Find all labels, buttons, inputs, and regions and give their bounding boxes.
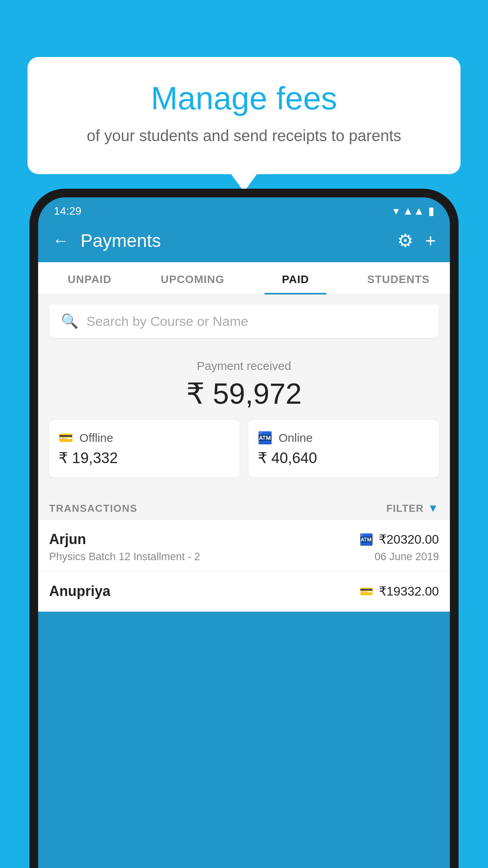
app-bar: ← Payments ⚙ + xyxy=(38,222,450,262)
online-card-header: 🏧 Online xyxy=(258,431,429,445)
phone-inner: 14:29 ▾ ▲▲ ▮ ← Payments ⚙ + UNPAID xyxy=(38,197,450,868)
transaction-bottom-1: Physics Batch 12 Installment - 2 06 June… xyxy=(49,551,439,563)
search-bar[interactable]: 🔍 Search by Course or Name xyxy=(49,304,439,338)
speech-bubble: Manage fees of your students and send re… xyxy=(28,57,460,174)
signal-icon: ▲▲ xyxy=(403,205,424,217)
transaction-amount-1: ₹20320.00 xyxy=(379,532,439,547)
app-bar-title: Payments xyxy=(81,230,397,251)
transaction-name-2: Anupriya xyxy=(49,583,110,600)
tab-paid[interactable]: PAID xyxy=(244,262,347,294)
online-amount: ₹ 40,640 xyxy=(258,449,429,467)
transaction-amount-2: ₹19332.00 xyxy=(379,584,439,599)
transaction-date-1: 06 June 2019 xyxy=(374,551,439,563)
tab-students[interactable]: STUDENTS xyxy=(347,262,450,294)
transaction-amount-row-2: 💳 ₹19332.00 xyxy=(360,584,439,599)
time-display: 14:29 xyxy=(54,205,81,217)
transactions-label: TRANSACTIONS xyxy=(49,502,138,515)
back-button[interactable]: ← xyxy=(52,231,69,250)
payment-cards: 💳 Offline ₹ 19,332 🏧 Online ₹ 40,640 xyxy=(49,420,439,478)
wifi-icon: ▾ xyxy=(393,204,399,217)
payment-total: ₹ 59,972 xyxy=(49,377,439,410)
speech-bubble-container: Manage fees of your students and send re… xyxy=(28,57,460,174)
status-icons: ▾ ▲▲ ▮ xyxy=(393,204,434,217)
add-button[interactable]: + xyxy=(425,230,436,251)
online-icon: 🏧 xyxy=(258,431,272,445)
transaction-row-2: Anupriya 💳 ₹19332.00 xyxy=(38,572,450,612)
transaction-row: Arjun 🏧 ₹20320.00 Physics Batch 12 Insta… xyxy=(38,520,450,572)
transaction-name-1: Arjun xyxy=(49,531,86,548)
transaction-course-1: Physics Batch 12 Installment - 2 xyxy=(49,551,200,563)
card-payment-icon-1: 🏧 xyxy=(360,533,373,546)
tab-upcoming[interactable]: UPCOMING xyxy=(141,262,244,294)
settings-button[interactable]: ⚙ xyxy=(397,230,413,251)
filter-icon: ▼ xyxy=(427,502,439,515)
offline-card-header: 💳 Offline xyxy=(59,431,230,445)
payment-received-label: Payment received xyxy=(49,359,439,373)
filter-button[interactable]: FILTER ▼ xyxy=(386,502,439,515)
transaction-amount-row-1: 🏧 ₹20320.00 xyxy=(360,532,439,547)
online-card: 🏧 Online ₹ 40,640 xyxy=(248,420,439,478)
tab-bar: UNPAID UPCOMING PAID STUDENTS xyxy=(38,262,450,295)
transactions-header: TRANSACTIONS FILTER ▼ xyxy=(38,493,450,520)
filter-label: FILTER xyxy=(386,502,424,515)
offline-icon: 💳 xyxy=(59,431,73,445)
offline-card: 💳 Offline ₹ 19,332 xyxy=(49,420,240,478)
payment-summary: Payment received ₹ 59,972 💳 Offline ₹ 19… xyxy=(38,348,450,493)
offline-label: Offline xyxy=(79,431,113,445)
phone-frame: 14:29 ▾ ▲▲ ▮ ← Payments ⚙ + UNPAID xyxy=(29,189,459,868)
online-label: Online xyxy=(279,431,313,445)
offline-payment-icon-2: 💳 xyxy=(360,585,373,598)
content-area: 🔍 Search by Course or Name Payment recei… xyxy=(38,295,450,612)
tab-unpaid[interactable]: UNPAID xyxy=(38,262,141,294)
transaction-top-1: Arjun 🏧 ₹20320.00 xyxy=(49,531,439,548)
search-icon: 🔍 xyxy=(61,313,79,329)
offline-amount: ₹ 19,332 xyxy=(59,449,230,467)
app-bar-actions: ⚙ + xyxy=(397,230,436,251)
bubble-subtitle: of your students and send receipts to pa… xyxy=(59,125,429,147)
bubble-title: Manage fees xyxy=(59,81,429,116)
status-bar: 14:29 ▾ ▲▲ ▮ xyxy=(38,197,450,222)
battery-icon: ▮ xyxy=(428,204,434,217)
phone-mockup: 14:29 ▾ ▲▲ ▮ ← Payments ⚙ + UNPAID xyxy=(29,189,459,868)
search-input[interactable]: Search by Course or Name xyxy=(86,314,248,329)
transaction-top-2: Anupriya 💳 ₹19332.00 xyxy=(49,583,439,600)
